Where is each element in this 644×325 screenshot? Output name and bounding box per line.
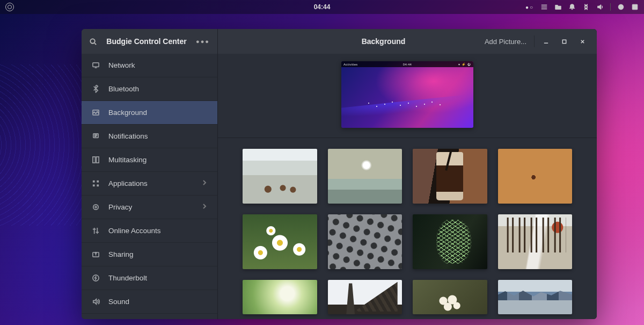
svg-rect-16 <box>562 40 566 43</box>
sidebar-item-label: Sharing <box>108 250 134 258</box>
network-icon[interactable] <box>582 3 590 11</box>
thunderbolt-icon <box>91 274 100 283</box>
sidebar-item-thunderbolt[interactable]: Thunderbolt <box>82 266 217 290</box>
accounts-icon <box>91 227 100 235</box>
multitask-icon <box>91 156 100 164</box>
sidebar-item-notifications[interactable]: Notifications <box>82 125 217 148</box>
current-background-preview: Activities 04:44 ▾ ⚡ ⏻ <box>218 54 597 138</box>
sidebar-item-online-accounts[interactable]: Online Accounts <box>82 219 217 243</box>
sidebar-item-label: Bluetooth <box>108 85 139 93</box>
wallpaper-mountain-lake[interactable] <box>498 280 573 314</box>
display-icon <box>91 61 100 70</box>
sidebar-item-label: Thunderbolt <box>108 274 147 282</box>
sidebar-item-label: Sound <box>108 298 129 306</box>
maximize-button[interactable] <box>555 29 573 54</box>
wallpaper-fern[interactable] <box>413 214 487 269</box>
wallpaper-daisies[interactable] <box>243 214 317 269</box>
sidebar-item-background[interactable]: Background <box>82 101 217 125</box>
files-icon[interactable] <box>554 3 562 11</box>
bluetooth-icon <box>91 85 100 93</box>
wallpaper-blur-green[interactable] <box>243 280 317 314</box>
preview-clock: 04:44 <box>403 63 412 66</box>
wallpaper-tree-rings[interactable] <box>498 149 573 204</box>
session-icon[interactable] <box>631 3 639 11</box>
chevron-right-icon <box>201 203 208 211</box>
search-icon[interactable] <box>89 38 97 46</box>
svg-point-12 <box>93 205 98 210</box>
sidebar-item-label: Applications <box>108 179 148 187</box>
sidebar-item-label: Online Accounts <box>108 227 161 235</box>
notifications-icon[interactable] <box>568 3 576 11</box>
share-icon <box>91 250 100 259</box>
sidebar-item-privacy[interactable]: Privacy <box>82 196 217 219</box>
current-background-thumbnail[interactable]: Activities 04:44 ▾ ⚡ ⏻ <box>341 61 473 128</box>
add-picture-button[interactable]: Add Picture... <box>479 38 532 46</box>
panel-clock[interactable]: 04:44 <box>314 3 331 11</box>
chevron-right-icon <box>201 179 208 187</box>
content-pane: Background Add Picture... Activities 04:… <box>218 29 597 319</box>
sidebar-header: Budgie Control Center ●●● <box>82 29 217 54</box>
wallpaper-blossom[interactable] <box>413 280 487 314</box>
svg-rect-7 <box>96 157 99 163</box>
sidebar-item-label: Multitasking <box>108 156 147 164</box>
grid-icon <box>91 179 100 188</box>
sound-icon <box>91 298 100 306</box>
svg-rect-3 <box>92 63 98 67</box>
svg-point-13 <box>95 206 97 208</box>
menu-icon[interactable] <box>540 3 548 11</box>
wallpaper-metal-grid[interactable] <box>328 214 402 269</box>
sidebar-item-label: Privacy <box>108 203 132 211</box>
wallpaper-beach-driftwood[interactable] <box>243 149 317 204</box>
sidebar-item-network[interactable]: Network <box>82 54 217 77</box>
power-icon[interactable] <box>617 3 625 11</box>
bell-icon <box>91 132 100 141</box>
privacy-icon <box>91 203 100 212</box>
sidebar-item-applications[interactable]: Applications <box>82 172 217 196</box>
svg-rect-6 <box>92 157 95 163</box>
page-title: Background <box>288 37 479 46</box>
content-header: Background Add Picture... <box>218 29 597 54</box>
sidebar-item-label: Network <box>108 61 135 69</box>
sidebar-item-multitasking[interactable]: Multitasking <box>82 148 217 172</box>
app-title: Budgie Control Center <box>104 37 189 46</box>
wallpaper-forest-rays[interactable] <box>498 214 573 269</box>
control-center-window: Budgie Control Center ●●● NetworkBluetoo… <box>82 29 597 319</box>
minimize-button[interactable] <box>537 29 555 54</box>
wallpaper-windmill[interactable] <box>328 280 402 314</box>
preview-tray-icons: ▾ ⚡ ⏻ <box>458 62 471 66</box>
kebab-menu-icon[interactable]: ●●● <box>196 38 210 45</box>
close-button[interactable] <box>573 29 591 54</box>
top-panel: 04:44 ●○ <box>0 0 644 14</box>
sidebar: Budgie Control Center ●●● NetworkBluetoo… <box>82 29 218 319</box>
sidebar-item-bluetooth[interactable]: Bluetooth <box>82 77 217 101</box>
svg-rect-8 <box>92 180 94 183</box>
svg-point-2 <box>90 39 94 43</box>
sidebar-item-sharing[interactable]: Sharing <box>82 243 217 266</box>
sidebar-item-label: Background <box>108 109 147 117</box>
wallpaper-ocean-sky[interactable] <box>328 149 402 204</box>
svg-rect-10 <box>92 184 94 186</box>
sidebar-item-sound[interactable]: Sound <box>82 290 217 314</box>
svg-rect-11 <box>97 184 99 186</box>
volume-icon[interactable] <box>596 3 604 11</box>
background-icon <box>91 109 100 117</box>
sidebar-item-label: Notifications <box>108 132 148 140</box>
wallpaper-iced-coffee[interactable] <box>413 149 487 204</box>
workspace-indicator[interactable]: ●○ <box>525 4 534 10</box>
svg-rect-9 <box>97 180 99 183</box>
budgie-menu-icon[interactable] <box>5 3 14 11</box>
preview-activities: Activities <box>343 63 358 66</box>
